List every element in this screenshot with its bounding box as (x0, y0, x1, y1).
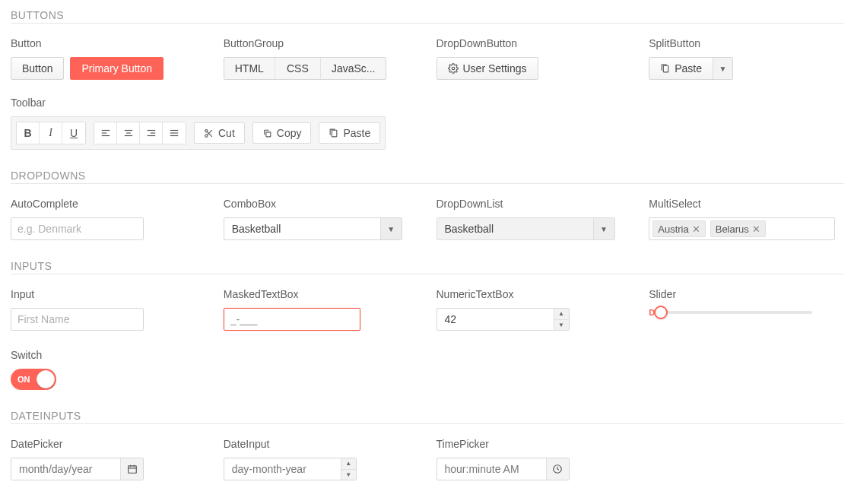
svg-rect-1 (664, 65, 669, 72)
autocomplete-input[interactable] (11, 217, 144, 240)
switch[interactable]: ON (11, 369, 56, 390)
clock-icon[interactable] (546, 458, 569, 480)
spinner-down[interactable]: ▼ (341, 470, 356, 480)
slider-handle[interactable] (654, 306, 668, 319)
label-numeric: NumericTextBox (437, 288, 631, 300)
underline-button[interactable]: U (62, 122, 85, 144)
align-justify-button[interactable] (163, 122, 186, 144)
multiselect[interactable]: Austria ✕ Belarus ✕ (649, 217, 835, 240)
button-group: HTML CSS JavaSc... (224, 57, 387, 80)
italic-button[interactable]: I (40, 122, 62, 144)
label-timepicker: TimePicker (437, 438, 631, 450)
label-ddbutton: DropDownButton (437, 37, 631, 49)
clipboard-icon (329, 128, 338, 138)
label-datepicker: DatePicker (11, 438, 205, 450)
align-left-button[interactable] (94, 122, 117, 144)
section-buttons: BUTTONS Button Button Primary Button But… (11, 9, 843, 150)
btngroup-html[interactable]: HTML (224, 58, 275, 79)
svg-point-0 (452, 67, 455, 70)
btngroup-js[interactable]: JavaSc... (321, 58, 386, 79)
gear-icon (448, 63, 459, 74)
label-slider: Slider (649, 288, 843, 300)
svg-rect-20 (128, 466, 136, 473)
dateinput-spinner: ▲ ▼ (341, 458, 356, 480)
paste-label: Paste (343, 127, 370, 139)
ddlist-value: Basketball (437, 218, 593, 239)
combobox[interactable]: Basketball ▼ (224, 217, 402, 240)
dropdown-button-label: User Settings (463, 62, 527, 74)
label-switch: Switch (11, 349, 843, 361)
split-label: Paste (675, 62, 702, 74)
label-split: SplitButton (649, 37, 843, 49)
split-arrow[interactable]: ▼ (713, 58, 732, 79)
label-dateinput: DateInput (224, 438, 418, 450)
timepicker[interactable]: hour:minute AM (437, 458, 570, 480)
timepicker-value: hour:minute AM (437, 458, 546, 480)
chip-belarus: Belarus ✕ (710, 220, 766, 237)
cut-button[interactable]: Cut (194, 122, 245, 144)
dropdownlist[interactable]: Basketball ▼ (437, 217, 615, 240)
btngroup-css[interactable]: CSS (275, 58, 321, 79)
split-main[interactable]: Paste (649, 58, 713, 79)
datepicker-value: month/day/year (11, 458, 120, 480)
label-ddlist: DropDownList (437, 198, 631, 210)
combobox-value: Basketball (224, 218, 380, 239)
close-icon[interactable]: ✕ (752, 223, 760, 235)
copy-button[interactable]: Copy (252, 122, 312, 144)
scissors-icon (204, 128, 214, 138)
svg-rect-18 (266, 132, 271, 136)
dropdown-button[interactable]: User Settings (437, 57, 538, 80)
section-dropdowns: DROPDOWNS AutoComplete ComboBox Basketba… (11, 170, 843, 240)
copy-label: Copy (277, 127, 302, 139)
label-buttongroup: ButtonGroup (224, 37, 418, 49)
chip-label: Belarus (716, 223, 749, 235)
chip-label: Austria (658, 223, 688, 235)
align-right-button[interactable] (140, 122, 163, 144)
calendar-icon[interactable] (120, 458, 143, 480)
align-center-button[interactable] (117, 122, 140, 144)
label-masked: MaskedTextBox (224, 288, 418, 300)
label-input: Input (11, 288, 205, 300)
label-autocomplete: AutoComplete (11, 198, 205, 210)
datepicker[interactable]: month/day/year (11, 458, 144, 480)
label-multiselect: MultiSelect (649, 198, 843, 210)
masked-input[interactable] (224, 308, 360, 331)
cut-label: Cut (218, 127, 235, 139)
paste-button[interactable]: Paste (319, 122, 380, 144)
slider-track[interactable] (661, 311, 812, 314)
section-title-dateinputs: DATEINPUTS (11, 410, 843, 424)
primary-button[interactable]: Primary Button (70, 57, 163, 80)
section-dateinputs: DATEINPUTS DatePicker month/day/year Dat… (11, 410, 843, 480)
default-button[interactable]: Button (11, 57, 64, 80)
section-title-buttons: BUTTONS (11, 9, 843, 24)
split-button: Paste ▼ (649, 57, 733, 80)
label-combobox: ComboBox (224, 198, 418, 210)
chevron-down-icon[interactable]: ▼ (593, 218, 614, 239)
slider[interactable]: Dr (649, 308, 812, 317)
format-group: B I U (16, 122, 86, 144)
label-button: Button (11, 37, 205, 49)
switch-state: ON (11, 375, 30, 384)
section-title-dropdowns: DROPDOWNS (11, 170, 843, 184)
dateinput-value: day-month-year (224, 458, 341, 480)
align-group (94, 122, 186, 144)
copy-icon (262, 128, 272, 138)
close-icon[interactable]: ✕ (692, 223, 700, 235)
section-inputs: INPUTS Input MaskedTextBox NumericTextBo… (11, 260, 843, 390)
toolbar: B I U (11, 116, 386, 150)
text-input[interactable] (11, 308, 144, 331)
bold-button[interactable]: B (17, 122, 40, 144)
svg-rect-19 (332, 130, 338, 137)
numeric-input[interactable]: 42 ▲ ▼ (437, 308, 570, 331)
spinner-down[interactable]: ▼ (554, 320, 569, 331)
label-toolbar: Toolbar (11, 97, 843, 109)
spinner-up[interactable]: ▲ (341, 458, 356, 470)
spinner-up[interactable]: ▲ (554, 309, 569, 320)
spinner: ▲ ▼ (554, 309, 569, 330)
dateinput[interactable]: day-month-year ▲ ▼ (224, 458, 357, 480)
chevron-down-icon[interactable]: ▼ (380, 218, 402, 239)
switch-knob (37, 370, 55, 388)
numeric-value: 42 (437, 309, 554, 330)
clipboard-icon (660, 64, 670, 74)
section-title-inputs: INPUTS (11, 260, 843, 274)
